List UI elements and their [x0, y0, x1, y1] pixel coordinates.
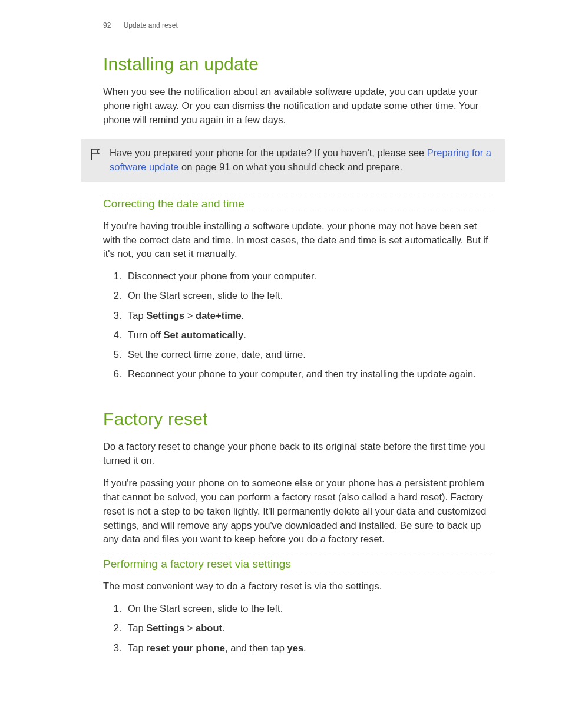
- step-text: .: [222, 622, 225, 633]
- page: 92 Update and reset Installing an update…: [0, 0, 562, 655]
- step-bold: Settings: [146, 310, 184, 321]
- header-section-name: Update and reset: [124, 21, 178, 29]
- section-title-installing: Installing an update: [103, 54, 492, 74]
- step-text: Turn off: [128, 330, 164, 340]
- step-text: Tap: [128, 622, 146, 633]
- divider: [103, 196, 492, 196]
- list-item: Turn off Set automatically.: [124, 328, 492, 342]
- list-item: On the Start screen, slide to the left.: [124, 602, 492, 615]
- section1-intro: When you see the notification about an a…: [103, 85, 492, 127]
- subheading-correcting: Correcting the date and time: [103, 197, 492, 210]
- list-item: Tap Settings > date+time.: [124, 309, 492, 322]
- step-text: Tap: [128, 310, 146, 321]
- callout-box: Have you prepared your phone for the upd…: [81, 139, 505, 182]
- section-title-factory-reset: Factory reset: [103, 409, 492, 429]
- subheading-block-1: Correcting the date and time: [103, 196, 492, 212]
- step-bold: date+time: [196, 310, 242, 321]
- subheading-block-2: Performing a factory reset via settings: [103, 556, 492, 572]
- page-number: 92: [103, 21, 111, 29]
- step-text: .: [303, 643, 306, 653]
- callout-text-after: on page 91 on what you should check and …: [178, 162, 402, 172]
- list-item: Reconnect your phone to your computer, a…: [124, 367, 492, 381]
- step-text: >: [184, 622, 196, 633]
- divider: [103, 572, 492, 572]
- sub2-intro: The most convenient way to do a factory …: [103, 579, 492, 594]
- step-text: .: [243, 330, 246, 340]
- flag-icon: [90, 147, 101, 164]
- page-header: 92 Update and reset: [103, 21, 562, 29]
- steps-list-1: Disconnect your phone from your computer…: [103, 269, 492, 381]
- step-bold: Set automatically: [164, 330, 244, 340]
- step-bold: yes: [287, 643, 304, 653]
- list-item: Tap Settings > about.: [124, 621, 492, 635]
- step-bold: Settings: [146, 622, 184, 633]
- callout-text-before: Have you prepared your phone for the upd…: [110, 147, 427, 158]
- list-item: Disconnect your phone from your computer…: [124, 269, 492, 283]
- sub1-intro: If you're having trouble installing a so…: [103, 219, 492, 262]
- section2-p2: If you're passing your phone on to someo…: [103, 476, 492, 547]
- callout-text: Have you prepared your phone for the upd…: [110, 146, 492, 174]
- list-item: Set the correct time zone, date, and tim…: [124, 348, 492, 361]
- list-item: On the Start screen, slide to the left.: [124, 289, 492, 302]
- steps-list-2: On the Start screen, slide to the left. …: [103, 602, 492, 654]
- section2-p1: Do a factory reset to change your phone …: [103, 440, 492, 468]
- divider: [103, 556, 492, 556]
- step-text: >: [184, 310, 196, 321]
- content-column: Installing an update When you see the no…: [103, 54, 492, 127]
- content-column-2: Correcting the date and time If you're h…: [103, 196, 492, 655]
- step-bold: reset your phone: [146, 643, 225, 653]
- step-bold: about: [196, 622, 222, 633]
- subheading-performing: Performing a factory reset via settings: [103, 558, 492, 571]
- step-text: .: [242, 310, 244, 321]
- list-item: Tap reset your phone, and then tap yes.: [124, 641, 492, 655]
- step-text: Tap: [128, 643, 146, 653]
- divider: [103, 212, 492, 212]
- step-text: , and then tap: [225, 643, 287, 653]
